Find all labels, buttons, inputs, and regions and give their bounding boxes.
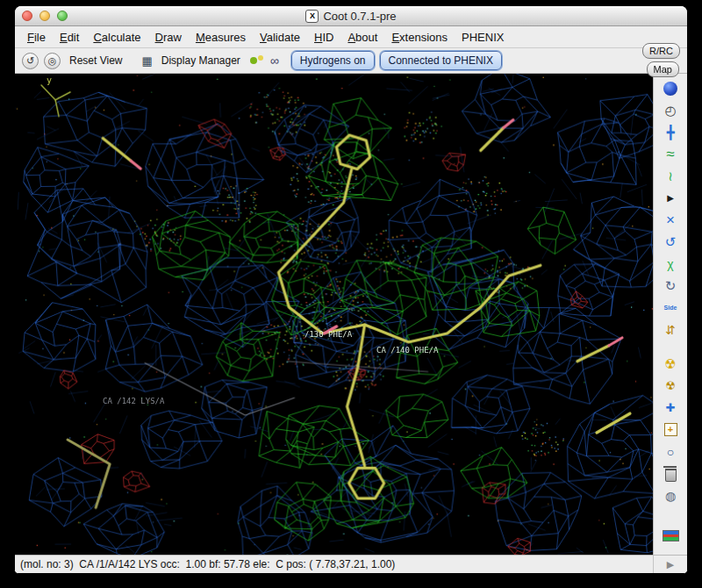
flip-peptide-icon[interactable]: ⇵ [658,319,683,340]
place-atom-icon[interactable]: + [658,419,683,440]
sidebar: ◴╋≈≀▶×↺χ↻Side⇵☢☢✚+○◍ [653,74,687,555]
hydrogens-toggle-button[interactable]: Hydrogens on [291,51,375,70]
rrc-button[interactable]: R/RC [642,43,680,59]
titlebar[interactable]: X Coot 0.7.1-pre [15,6,687,26]
recenter-icon[interactable]: ◎ [44,53,61,69]
menu-item-hid[interactable]: HID [307,29,340,46]
add-alt-conf-icon[interactable]: ✚ [658,398,683,418]
display-manager-icon[interactable]: ▦ [141,55,152,67]
menu-item-validate[interactable]: Validate [253,29,307,46]
x11-icon: X [305,10,319,23]
auto-fit-rotamer-icon[interactable]: ↺ [658,232,683,252]
stereo-icon[interactable]: ∞ [270,54,279,67]
menu-item-phenix[interactable]: PHENIX [455,29,511,46]
statusbar-corner: ▶ [653,556,687,573]
canvas-area[interactable]: y /130 PHE/ACA /140 PHE/ACA /142 LYS/A [15,74,653,555]
add-terminal-residue-icon[interactable]: ○ [658,441,683,462]
fixed-atoms-icon[interactable]: ▶ [658,188,683,208]
phenix-connection-button[interactable]: Connected to PHENIX [380,51,502,70]
reset-view-button[interactable]: Reset View [66,53,125,68]
clock-icon[interactable]: ◴ [658,100,683,120]
side-chain-flip-icon[interactable]: Side [658,298,683,318]
simple-mutate-icon[interactable]: ☢ [658,376,683,396]
rotate-translate-icon[interactable]: ╋ [658,122,683,142]
rigid-body-fit-icon[interactable]: × [658,210,683,230]
reset-view-icon[interactable]: ↺ [22,53,39,69]
menu-item-edit[interactable]: Edit [53,29,86,46]
status-text: (mol. no: 3) CA /1/A/142 LYS occ: 1.00 b… [15,558,653,570]
menu-item-extensions[interactable]: Extensions [384,29,455,46]
menu-item-draw[interactable]: Draw [148,29,189,46]
regularize-icon[interactable]: ≀ [658,166,683,186]
torsion-general-icon[interactable]: ↻ [658,276,683,296]
menu-item-measures[interactable]: Measures [189,29,253,46]
play-icon: ▶ [667,559,674,570]
undo-icon[interactable]: ◍ [658,485,683,506]
main-area: y /130 PHE/ACA /140 PHE/ACA /142 LYS/A ◴… [15,74,687,555]
edit-chi-angles-icon[interactable]: χ [658,254,683,274]
display-manager-button[interactable]: Display Manager [158,53,244,68]
statusbar: (mol. no: 3) CA /1/A/142 LYS occ: 1.00 b… [15,555,687,573]
app-window: X Coot 0.7.1-pre FileEditCalculateDrawMe… [14,5,688,574]
display-flag-icon[interactable] [658,526,683,546]
menubar: FileEditCalculateDrawMeasuresValidateHID… [15,26,687,48]
gl-canvas[interactable] [15,74,653,555]
molecule-icon[interactable] [249,54,265,68]
menu-item-calculate[interactable]: Calculate [86,29,147,46]
window-title-text: Coot 0.7.1-pre [323,10,396,23]
map-button[interactable]: Map [647,61,679,77]
menu-item-file[interactable]: File [20,29,53,46]
menu-item-about[interactable]: About [340,29,384,46]
mutate-autofit-icon[interactable]: ☢ [658,354,683,374]
toolbar: ↺ ◎ Reset View ▦ Display Manager ∞ Hydro… [15,48,687,74]
window-title: X Coot 0.7.1-pre [15,6,687,25]
delete-item-icon[interactable] [658,463,683,484]
navigation-ball-icon[interactable] [658,78,683,98]
real-space-refine-icon[interactable]: ≈ [658,144,683,164]
